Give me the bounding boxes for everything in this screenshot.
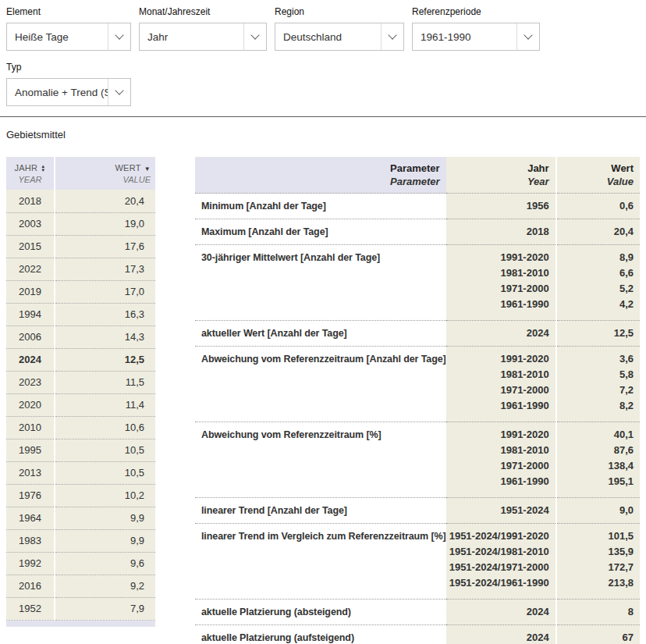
value-header-sublabel: VALUE — [60, 175, 151, 184]
chevron-down-icon — [243, 23, 266, 50]
value-cell: 10,6 — [55, 416, 155, 439]
type-label: Typ — [6, 62, 131, 73]
region-select[interactable]: Deutschland — [275, 23, 404, 51]
stats-value-value: 12,5 — [563, 326, 634, 341]
year-cell: 2010 — [6, 416, 55, 439]
stats-value-value: 3,6 — [563, 351, 634, 367]
year-table-row: 199416,3 — [6, 303, 155, 326]
stats-value-value: 213,8 — [563, 575, 634, 591]
stats-year-value: 1981-2010 — [449, 443, 549, 458]
parameter-header-label: Parameter — [201, 162, 440, 174]
stats-table-row: Minimum [Anzahl der Tage]19560,6 — [195, 194, 640, 219]
value-cell: 10,2 — [55, 484, 155, 507]
year-table-row: 202311,5 — [6, 371, 155, 393]
type-select[interactable]: Anomalie + Trend (Sta — [6, 78, 131, 106]
stats-value-value: 172,7 — [563, 560, 634, 575]
year-cell: 1983 — [6, 529, 55, 552]
stats-year-cell: 1991-20201981-20101971-20001961-1990 — [446, 422, 556, 498]
stats-year-value: 2018 — [449, 224, 549, 240]
stats-value-cell: 9,0 — [556, 498, 640, 524]
stats-table-row: aktuelle Platzierung (aufsteigend)202467 — [195, 625, 640, 644]
stats-table-row: Abweichung vom Referenzzeitraum [%]1991-… — [195, 422, 640, 498]
stats-year-value: 1961-1990 — [449, 474, 549, 489]
year-table: JAHR▲▼ YEAR WERT▼ VALUE 201820,4200319,0… — [6, 157, 155, 621]
filter-bar-row2: Typ Anomalie + Trend (Sta — [0, 62, 646, 106]
parameter-cell: linearer Trend [Anzahl der Tage] — [195, 498, 446, 524]
stats-year-cell: 1991-20201981-20101971-20001961-1990 — [446, 347, 556, 422]
year-cell: 1964 — [6, 507, 55, 529]
stats-table-row: Maximum [Anzahl der Tage]201820,4 — [195, 219, 640, 245]
year-table-row: 202011,4 — [6, 393, 155, 416]
year-table-row: 202412,5 — [6, 348, 155, 371]
element-select-value: Heiße Tage — [7, 31, 108, 43]
stats-value-value: 5,8 — [563, 367, 634, 382]
value-cell: 19,0 — [55, 212, 155, 235]
content-area: JAHR▲▼ YEAR WERT▼ VALUE 201820,4200319,0… — [0, 157, 646, 644]
chevron-down-icon — [516, 23, 539, 50]
year-cell: 2023 — [6, 371, 55, 393]
year-header-label: JAHR — [14, 163, 37, 173]
stats-value-cell: 8 — [556, 600, 640, 625]
stats-year-cell: 1951-2024 — [446, 498, 556, 524]
value-cell: 20,4 — [55, 190, 155, 212]
stats-year-value: 1991-2020 — [449, 351, 549, 367]
parameter-column-header: Parameter Parameter — [195, 157, 446, 194]
parameter-cell: Abweichung vom Referenzzeitraum [Anzahl … — [195, 347, 446, 422]
year-header-sublabel: YEAR — [11, 175, 49, 184]
value-cell: 17,6 — [55, 235, 155, 258]
filter-element: Element Heiße Tage — [6, 6, 131, 51]
stats-value-cell: 101,5135,9172,7213,8 — [556, 524, 640, 600]
value-column-header[interactable]: WERT▼ VALUE — [55, 157, 155, 190]
stats-value-value: 20,4 — [563, 224, 634, 240]
value-cell: 17,0 — [55, 280, 155, 303]
stats-year-value: 1961-1990 — [449, 297, 549, 312]
stats-value-value: 40,1 — [563, 427, 634, 443]
value-header-label: WERT — [115, 163, 140, 173]
sort-desc-icon[interactable]: ▼ — [144, 165, 151, 173]
stats-year-value: 1981-2010 — [449, 265, 549, 281]
sort-both-icon[interactable]: ▲▼ — [41, 165, 45, 173]
year-column-header[interactable]: JAHR▲▼ YEAR — [6, 157, 55, 190]
value-cell: 11,5 — [55, 371, 155, 393]
stats-value-value: 0,6 — [563, 198, 634, 214]
stats-year-cell: 2024 — [446, 321, 556, 347]
parameter-cell: aktuelle Platzierung (absteigend) — [195, 600, 446, 625]
chevron-down-icon — [108, 79, 130, 105]
stats-year-cell: 2024 — [446, 600, 556, 625]
stats-value-value: 5,2 — [563, 281, 634, 297]
year-cell: 1992 — [6, 552, 55, 575]
value-cell: 10,5 — [55, 461, 155, 484]
stats-table: Parameter Parameter Jahr Year Wert Value… — [195, 157, 640, 644]
value-cell: 9,2 — [55, 575, 155, 597]
stats-value-value: 8,2 — [563, 398, 634, 414]
year-cell: 1952 — [6, 597, 55, 620]
stats-year-value: 1951-2024/1981-2010 — [449, 544, 549, 560]
value-cell: 14,3 — [55, 326, 155, 348]
year-cell: 1995 — [6, 439, 55, 461]
reference-period-select[interactable]: 1961-1990 — [412, 23, 540, 51]
stats-value-cell: 20,4 — [556, 219, 640, 245]
year-cell: 2015 — [6, 235, 55, 258]
stats-year-value: 1971-2000 — [449, 458, 549, 474]
year-cell: 2020 — [6, 393, 55, 416]
year-table-container: JAHR▲▼ YEAR WERT▼ VALUE 201820,4200319,0… — [6, 157, 155, 627]
season-select[interactable]: Jahr — [139, 23, 267, 51]
year-table-header-row: JAHR▲▼ YEAR WERT▼ VALUE — [6, 157, 155, 190]
stats-value-header-sublabel: Value — [563, 176, 634, 187]
stats-value-cell: 12,5 — [556, 321, 640, 347]
year-table-row: 19929,6 — [6, 552, 155, 575]
element-select[interactable]: Heiße Tage — [6, 23, 131, 51]
year-table-row: 201310,5 — [6, 461, 155, 484]
stats-value-cell: 40,187,6138,4195,1 — [556, 422, 640, 498]
chevron-down-icon — [108, 23, 130, 50]
year-table-row: 202217,3 — [6, 258, 155, 280]
value-cell: 9,9 — [55, 507, 155, 529]
stats-table-row: linearer Trend im Vergleich zum Referenz… — [195, 524, 640, 600]
stats-year-cell: 1951-2024/1991-20201951-2024/1981-201019… — [446, 524, 556, 600]
table-footer-strip — [6, 621, 155, 627]
stats-year-value: 1951-2024/1991-2020 — [449, 528, 549, 544]
stats-value-value: 8 — [563, 604, 634, 620]
year-cell: 2022 — [6, 258, 55, 280]
stats-value-value: 195,1 — [563, 474, 634, 489]
filter-reference-period: Referenzperiode 1961-1990 — [412, 6, 540, 51]
